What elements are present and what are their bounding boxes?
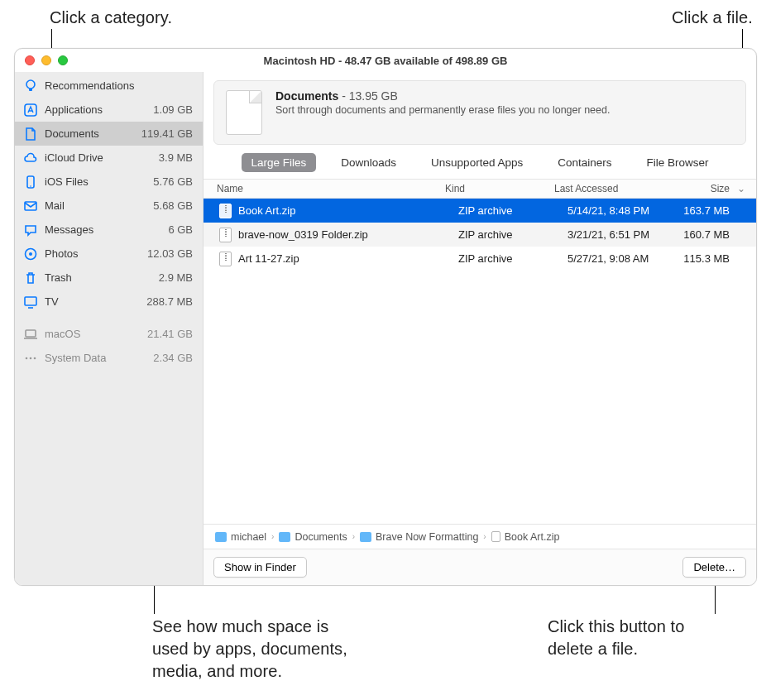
table-header[interactable]: Name Kind Last Accessed Size ⌄ bbox=[204, 179, 756, 199]
sidebar-item-label: Trash bbox=[45, 271, 152, 284]
device-icon bbox=[23, 175, 38, 189]
zip-file-icon bbox=[217, 228, 233, 242]
file-name: Book Art.zip bbox=[238, 204, 458, 217]
window-title: Macintosh HD - 48.47 GB available of 498… bbox=[15, 55, 756, 67]
file-row[interactable]: brave-now_0319 Folder.zipZIP archive3/21… bbox=[204, 223, 756, 247]
breadcrumb-label: Brave Now Formatting bbox=[376, 531, 478, 543]
breadcrumb[interactable]: Documents bbox=[279, 531, 347, 543]
sidebar-item-size: 288.7 MB bbox=[146, 295, 193, 308]
mail-icon bbox=[23, 199, 38, 213]
dots-icon bbox=[23, 351, 38, 366]
file-size: 115.3 MB bbox=[683, 252, 748, 265]
tab-containers[interactable]: Containers bbox=[548, 153, 621, 172]
sidebar-item-label: Photos bbox=[45, 247, 141, 260]
sidebar-item-label: Messages bbox=[45, 223, 161, 236]
svg-point-12 bbox=[34, 357, 36, 359]
tab-unsupported-apps[interactable]: Unsupported Apps bbox=[421, 153, 533, 172]
file-name: brave-now_0319 Folder.zip bbox=[238, 228, 458, 241]
tab-large-files[interactable]: Large Files bbox=[242, 153, 317, 172]
zip-file-icon bbox=[217, 204, 233, 218]
callout-top-left: Click a category. bbox=[50, 7, 172, 29]
sidebar-item-label: Applications bbox=[45, 103, 146, 116]
chevron-right-icon: › bbox=[271, 532, 274, 541]
file-last-accessed: 5/14/21, 8:48 PM bbox=[567, 204, 683, 217]
sidebar-item-documents[interactable]: Documents119.41 GB bbox=[15, 122, 203, 146]
app-icon bbox=[23, 103, 38, 117]
sidebar-item-recommendations[interactable]: Recommendations bbox=[15, 74, 203, 98]
sidebar-item-size: 119.41 GB bbox=[141, 127, 193, 140]
bulb-icon bbox=[23, 79, 38, 93]
breadcrumb[interactable]: Brave Now Formatting bbox=[360, 531, 478, 543]
laptop-icon bbox=[23, 327, 38, 342]
sidebar: RecommendationsApplications1.09 GBDocume… bbox=[15, 72, 204, 585]
trash-icon bbox=[23, 271, 38, 285]
callout-top-right: Click a file. bbox=[672, 7, 753, 29]
sidebar-item-label: macOS bbox=[45, 328, 141, 340]
svg-point-7 bbox=[29, 252, 32, 256]
show-in-finder-button[interactable]: Show in Finder bbox=[213, 557, 307, 578]
msg-icon bbox=[23, 223, 38, 237]
sidebar-item-label: TV bbox=[45, 295, 140, 308]
file-kind: ZIP archive bbox=[458, 228, 567, 241]
view-tabs: Large FilesDownloadsUnsupported AppsCont… bbox=[204, 151, 756, 179]
file-name: Art 11-27.zip bbox=[238, 252, 458, 265]
column-kind[interactable]: Kind bbox=[445, 183, 554, 194]
zoom-icon[interactable] bbox=[58, 55, 68, 65]
column-name[interactable]: Name bbox=[217, 183, 445, 194]
column-last-accessed[interactable]: Last Accessed bbox=[554, 183, 670, 194]
delete-button[interactable]: Delete… bbox=[682, 557, 746, 578]
sidebar-item-label: System Data bbox=[45, 352, 146, 364]
documents-icon bbox=[224, 89, 264, 136]
sidebar-item-messages[interactable]: Messages6 GB bbox=[15, 218, 203, 242]
sidebar-item-label: Mail bbox=[45, 199, 146, 212]
chevron-down-icon[interactable]: ⌄ bbox=[735, 183, 748, 194]
callout-line bbox=[715, 584, 716, 614]
chevron-right-icon: › bbox=[483, 532, 486, 541]
svg-rect-5 bbox=[25, 202, 36, 210]
sidebar-item-trash[interactable]: Trash2.9 MB bbox=[15, 266, 203, 290]
sidebar-item-size: 21.41 GB bbox=[147, 328, 193, 340]
breadcrumb-label: Documents bbox=[295, 531, 347, 543]
file-row[interactable]: Book Art.zipZIP archive5/14/21, 8:48 PM1… bbox=[204, 199, 756, 223]
svg-rect-9 bbox=[26, 330, 36, 337]
sidebar-item-label: iCloud Drive bbox=[45, 151, 152, 164]
tab-file-browser[interactable]: File Browser bbox=[636, 153, 718, 172]
file-list[interactable]: Book Art.zipZIP archive5/14/21, 8:48 PM1… bbox=[204, 199, 756, 524]
chevron-right-icon: › bbox=[352, 532, 355, 541]
sidebar-item-label: Recommendations bbox=[45, 79, 186, 92]
tab-downloads[interactable]: Downloads bbox=[331, 153, 406, 172]
traffic-lights[interactable] bbox=[23, 55, 68, 65]
breadcrumb[interactable]: michael bbox=[215, 531, 266, 543]
close-icon[interactable] bbox=[25, 55, 35, 65]
sidebar-item-system-data[interactable]: System Data2.34 GB bbox=[15, 346, 203, 370]
svg-point-10 bbox=[26, 357, 28, 359]
file-kind: ZIP archive bbox=[458, 252, 567, 265]
svg-point-11 bbox=[30, 357, 32, 359]
sidebar-item-macos[interactable]: macOS21.41 GB bbox=[15, 322, 203, 346]
file-row[interactable]: Art 11-27.zipZIP archive5/27/21, 9:08 AM… bbox=[204, 247, 756, 271]
svg-point-4 bbox=[30, 185, 31, 187]
folder-icon bbox=[215, 532, 227, 542]
breadcrumb[interactable]: Book Art.zip bbox=[491, 531, 560, 543]
photos-icon bbox=[23, 247, 38, 261]
sidebar-item-icloud-drive[interactable]: iCloud Drive3.9 MB bbox=[15, 146, 203, 170]
category-size: 13.95 GB bbox=[349, 89, 398, 103]
category-description: Sort through documents and permanently e… bbox=[275, 104, 734, 116]
sidebar-item-size: 1.09 GB bbox=[153, 103, 193, 116]
callout-bottom-left: See how much space is used by apps, docu… bbox=[152, 616, 367, 683]
storage-management-window: Macintosh HD - 48.47 GB available of 498… bbox=[14, 48, 757, 586]
file-size: 163.7 MB bbox=[683, 204, 748, 217]
sidebar-item-mail[interactable]: Mail5.68 GB bbox=[15, 194, 203, 218]
category-header: Documents - 13.95 GB Sort through docume… bbox=[213, 80, 746, 145]
svg-rect-8 bbox=[25, 297, 36, 305]
breadcrumb-label: Book Art.zip bbox=[505, 531, 560, 543]
sidebar-item-applications[interactable]: Applications1.09 GB bbox=[15, 98, 203, 122]
sidebar-item-size: 12.03 GB bbox=[147, 247, 193, 260]
sidebar-item-ios-files[interactable]: iOS Files5.76 GB bbox=[15, 170, 203, 194]
sidebar-item-size: 5.68 GB bbox=[153, 199, 193, 212]
minimize-icon[interactable] bbox=[41, 55, 51, 65]
sidebar-item-photos[interactable]: Photos12.03 GB bbox=[15, 242, 203, 266]
sidebar-item-tv[interactable]: TV288.7 MB bbox=[15, 290, 203, 314]
sidebar-item-size: 2.9 MB bbox=[159, 271, 193, 284]
column-size[interactable]: Size bbox=[670, 183, 735, 194]
